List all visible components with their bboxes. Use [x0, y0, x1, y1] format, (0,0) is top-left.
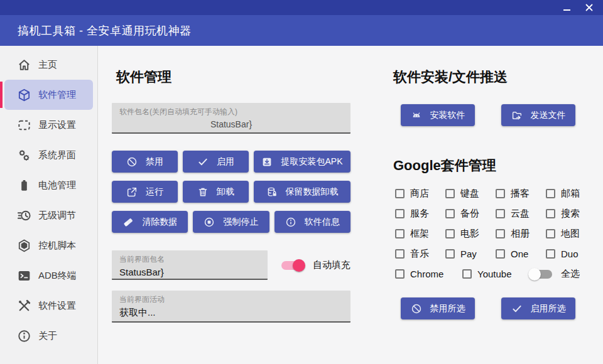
run-button[interactable]: 运行 — [112, 181, 178, 203]
toggle-knob — [528, 268, 541, 281]
package-icon — [17, 88, 31, 102]
button-label: 提取安装包APK — [281, 156, 342, 168]
trash-icon — [197, 186, 209, 198]
sidebar-item-stepless-tuning[interactable]: 无级调节 — [4, 200, 93, 230]
open-in-new-icon — [126, 186, 138, 198]
content-area: 软件管理 软件包名(关闭自动填充可手动输入) StatusBar} 禁用 启用 — [98, 46, 603, 364]
sidebar-item-label: ADB终端 — [38, 270, 77, 282]
button-label: 清除数据 — [142, 217, 177, 228]
install-push-title: 软件安装/文件推送 — [393, 68, 594, 87]
package-name-input-value: StatusBar} — [119, 119, 343, 129]
checkbox-label: 搜索 — [561, 208, 580, 220]
current-activity-label: 当前界面活动 — [119, 294, 343, 305]
force-stop-button[interactable]: 强制停止 — [193, 211, 269, 233]
checkbox[interactable] — [445, 249, 455, 259]
button-label: 启用 — [217, 156, 234, 168]
tuner-clock-icon — [17, 208, 31, 223]
software-management-title: 软件管理 — [116, 68, 350, 87]
checkbox[interactable] — [445, 209, 455, 218]
sidebar-item-label: 软件管理 — [38, 89, 76, 101]
checkbox[interactable] — [395, 189, 405, 198]
checkbox[interactable] — [395, 209, 405, 218]
clear-data-button[interactable]: 清除数据 — [112, 211, 188, 233]
sidebar-item-software-management[interactable]: 软件管理 — [4, 80, 93, 110]
disable-button[interactable]: 禁用 — [112, 151, 178, 173]
checkbox-item-chrome: Chrome — [395, 267, 462, 281]
toggle-knob — [293, 259, 305, 272]
minimize-icon — [563, 9, 570, 11]
checkbox-label: 商店 — [410, 188, 429, 200]
software-management-panel: 软件管理 软件包名(关闭自动填充可手动输入) StatusBar} 禁用 启用 — [112, 46, 350, 364]
button-label: 软件信息 — [305, 217, 340, 228]
terminal-icon — [17, 269, 31, 283]
checkbox[interactable] — [496, 189, 505, 198]
sidebar: 主页 软件管理 显示设置 系统界面 电池管理 无级调节 — [0, 46, 98, 364]
checkbox[interactable] — [546, 229, 555, 238]
sidebar-item-adb-terminal[interactable]: ADB终端 — [4, 260, 93, 291]
checkbox[interactable] — [395, 269, 405, 279]
checkbox-label: One — [511, 249, 528, 259]
checkbox[interactable] — [395, 249, 405, 259]
minimize-button[interactable] — [560, 1, 573, 14]
sidebar-item-about[interactable]: 关于 — [4, 321, 93, 351]
checkbox[interactable] — [395, 229, 405, 238]
checkbox-item-maps: 地图 — [546, 227, 596, 241]
tools-icon — [17, 299, 31, 313]
button-label: 运行 — [146, 186, 163, 198]
sidebar-item-system-ui[interactable]: 系统界面 — [4, 140, 93, 170]
current-package-field[interactable]: 当前界面包名 StatusBar} — [112, 250, 268, 280]
send-file-button[interactable]: 发送文件 — [501, 104, 575, 126]
enable-selected-button[interactable]: 启用所选 — [501, 297, 575, 319]
checkbox-label: 音乐 — [410, 248, 429, 260]
checkbox[interactable] — [546, 209, 555, 218]
sidebar-item-label: 无级调节 — [38, 210, 76, 222]
checkbox[interactable] — [496, 209, 505, 218]
window-titlebar-strip — [0, 0, 603, 15]
checkbox-label: 相册 — [511, 228, 530, 240]
sidebar-item-home[interactable]: 主页 — [4, 50, 93, 80]
checkbox-item-mail: 邮箱 — [546, 186, 596, 201]
checkbox-label: 键盘 — [460, 188, 479, 200]
checkbox[interactable] — [496, 229, 505, 238]
button-label: 保留数据卸载 — [286, 186, 339, 198]
sidebar-item-software-settings[interactable]: 软件设置 — [4, 291, 93, 321]
checkbox-item-framework: 框架 — [395, 227, 445, 241]
checkbox-item-duo: Duo — [546, 247, 596, 261]
checkbox-item-pay: Pay — [445, 247, 496, 261]
checkbox[interactable] — [462, 269, 472, 279]
check-icon — [197, 156, 209, 168]
checkbox-label: 服务 — [410, 208, 429, 220]
install-and-google-panel: 软件安装/文件推送 安装软件 发送文件 Google套件管理 商店 键盘 播 — [393, 46, 594, 364]
enable-button[interactable]: 启用 — [183, 151, 249, 173]
package-name-input[interactable]: 软件包名(关闭自动填充可手动输入) StatusBar} — [112, 103, 350, 134]
uninstall-button[interactable]: 卸载 — [183, 181, 249, 203]
checkbox-item-backup: 备份 — [445, 206, 496, 221]
package-name-input-label: 软件包名(关闭自动填充可手动输入) — [119, 107, 343, 117]
disable-selected-button[interactable]: 禁用所选 — [401, 297, 475, 319]
info-icon — [17, 329, 31, 343]
checkbox[interactable] — [546, 189, 555, 198]
sidebar-item-battery[interactable]: 电池管理 — [4, 170, 93, 200]
battery-icon — [17, 178, 31, 193]
ban-icon — [126, 156, 138, 168]
current-activity-field[interactable]: 当前界面活动 获取中... — [112, 291, 350, 323]
sidebar-item-display-settings[interactable]: 显示设置 — [4, 110, 93, 140]
select-all-toggle[interactable] — [530, 268, 552, 281]
button-label: 发送文件 — [531, 110, 566, 121]
checkbox-label: 邮箱 — [561, 188, 580, 200]
close-button[interactable] — [583, 1, 595, 14]
checkbox-item-keyboard: 键盘 — [445, 186, 496, 201]
checkbox[interactable] — [445, 189, 455, 198]
checkbox[interactable] — [546, 249, 555, 259]
extract-apk-button[interactable]: 提取安装包APK — [254, 151, 350, 173]
sidebar-item-control-script[interactable]: 控机脚本 — [4, 230, 93, 260]
install-app-button[interactable]: 安装软件 — [401, 104, 475, 126]
checkbox-label: Chrome — [410, 269, 443, 279]
app-title: 搞机工具箱 - 全安卓通用玩机神器 — [18, 23, 192, 38]
app-info-button[interactable]: 软件信息 — [274, 211, 350, 233]
autofill-toggle[interactable] — [281, 259, 304, 272]
uninstall-keep-data-button[interactable]: 保留数据卸载 — [254, 181, 350, 203]
checkbox[interactable] — [496, 249, 505, 259]
button-label: 禁用 — [146, 156, 163, 168]
checkbox[interactable] — [445, 229, 455, 238]
